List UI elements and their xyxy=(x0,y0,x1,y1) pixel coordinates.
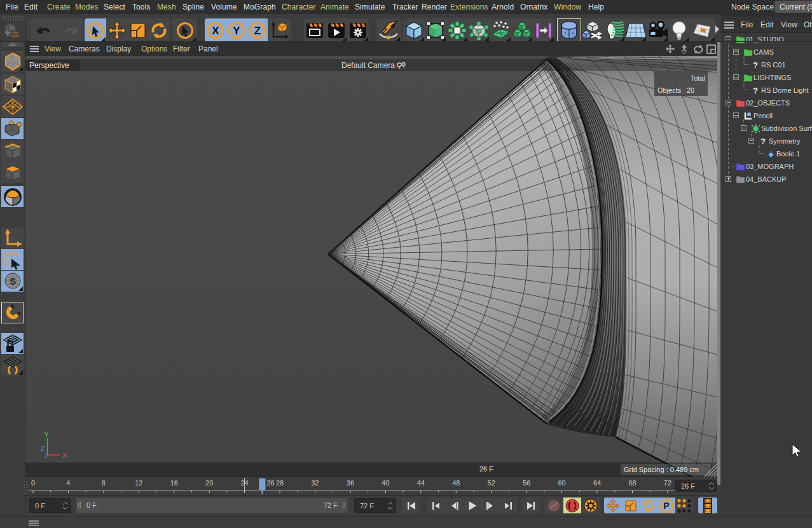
svg-text:X: X xyxy=(212,25,219,37)
svg-text:Z: Z xyxy=(254,25,261,37)
svg-text:?: ? xyxy=(753,86,758,95)
svg-text:P: P xyxy=(663,501,669,511)
svg-text:12: 12 xyxy=(135,479,142,487)
svg-text:8: 8 xyxy=(102,479,106,487)
svg-text:Z: Z xyxy=(41,445,45,452)
svg-text:48: 48 xyxy=(452,479,460,487)
svg-text:36: 36 xyxy=(347,479,354,487)
svg-text:S: S xyxy=(9,276,15,287)
svg-text:X: X xyxy=(62,452,67,459)
svg-text:60: 60 xyxy=(558,479,565,487)
svg-text:72: 72 xyxy=(664,479,671,487)
svg-text:Y: Y xyxy=(45,432,49,438)
svg-text:Y: Y xyxy=(233,25,240,37)
svg-text:56: 56 xyxy=(523,479,530,487)
svg-text:26: 26 xyxy=(266,479,274,487)
svg-text:52: 52 xyxy=(488,479,495,487)
svg-text:40: 40 xyxy=(382,479,389,487)
svg-text:68: 68 xyxy=(628,479,636,487)
svg-text:0: 0 xyxy=(31,479,35,487)
svg-text:44: 44 xyxy=(417,479,425,487)
svg-text:64: 64 xyxy=(593,479,601,487)
svg-text:32: 32 xyxy=(311,479,319,487)
svg-text:?: ? xyxy=(753,60,758,70)
svg-text:20: 20 xyxy=(205,479,213,487)
svg-text:28: 28 xyxy=(276,479,284,487)
svg-text:4: 4 xyxy=(66,479,70,487)
svg-text:16: 16 xyxy=(170,479,178,487)
